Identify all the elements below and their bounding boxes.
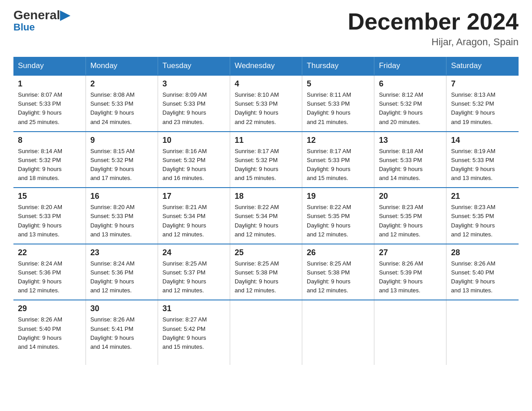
day-number: 16 bbox=[90, 192, 153, 201]
logo-general: General▶ bbox=[13, 9, 70, 21]
calendar-cell: 1Sunrise: 8:07 AMSunset: 5:33 PMDaylight… bbox=[13, 75, 86, 132]
calendar-cell: 8Sunrise: 8:14 AMSunset: 5:32 PMDaylight… bbox=[13, 132, 86, 188]
day-info: Sunrise: 8:08 AMSunset: 5:33 PMDaylight:… bbox=[90, 90, 153, 127]
calendar-cell: 15Sunrise: 8:20 AMSunset: 5:33 PMDayligh… bbox=[13, 188, 86, 244]
day-number: 23 bbox=[90, 248, 153, 257]
calendar-cell: 5Sunrise: 8:11 AMSunset: 5:33 PMDaylight… bbox=[302, 75, 374, 132]
day-info: Sunrise: 8:25 AMSunset: 5:37 PMDaylight:… bbox=[163, 259, 225, 295]
day-info: Sunrise: 8:26 AMSunset: 5:40 PMDaylight:… bbox=[18, 315, 81, 351]
location: Hijar, Aragon, Spain bbox=[348, 36, 519, 48]
day-info: Sunrise: 8:26 AMSunset: 5:39 PMDaylight:… bbox=[379, 259, 442, 295]
calendar-cell: 4Sunrise: 8:10 AMSunset: 5:33 PMDaylight… bbox=[230, 75, 302, 132]
day-info: Sunrise: 8:18 AMSunset: 5:33 PMDaylight:… bbox=[379, 147, 442, 183]
day-number: 8 bbox=[18, 136, 81, 145]
calendar-cell: 28Sunrise: 8:26 AMSunset: 5:40 PMDayligh… bbox=[446, 244, 519, 300]
calendar-week-2: 8Sunrise: 8:14 AMSunset: 5:32 PMDaylight… bbox=[13, 132, 519, 188]
day-info: Sunrise: 8:25 AMSunset: 5:38 PMDaylight:… bbox=[307, 259, 369, 295]
day-number: 14 bbox=[451, 136, 514, 145]
day-number: 17 bbox=[163, 192, 225, 201]
calendar-cell: 16Sunrise: 8:20 AMSunset: 5:33 PMDayligh… bbox=[86, 188, 158, 244]
day-info: Sunrise: 8:10 AMSunset: 5:33 PMDaylight:… bbox=[235, 90, 297, 127]
day-number: 3 bbox=[163, 79, 225, 89]
calendar-cell bbox=[374, 300, 446, 365]
logo-arrow: ▶ bbox=[60, 8, 70, 22]
day-info: Sunrise: 8:17 AMSunset: 5:33 PMDaylight:… bbox=[307, 147, 369, 183]
calendar-cell: 18Sunrise: 8:22 AMSunset: 5:34 PMDayligh… bbox=[230, 188, 302, 244]
day-info: Sunrise: 8:27 AMSunset: 5:42 PMDaylight:… bbox=[163, 315, 225, 351]
calendar-cell: 10Sunrise: 8:16 AMSunset: 5:32 PMDayligh… bbox=[158, 132, 230, 188]
day-number: 7 bbox=[451, 79, 514, 89]
day-number: 29 bbox=[18, 304, 81, 313]
calendar-cell bbox=[230, 300, 302, 365]
calendar-cell: 9Sunrise: 8:15 AMSunset: 5:32 PMDaylight… bbox=[86, 132, 158, 188]
day-number: 25 bbox=[235, 248, 297, 257]
calendar-week-3: 15Sunrise: 8:20 AMSunset: 5:33 PMDayligh… bbox=[13, 188, 519, 244]
calendar-cell: 11Sunrise: 8:17 AMSunset: 5:32 PMDayligh… bbox=[230, 132, 302, 188]
weekday-header-saturday: Saturday bbox=[446, 57, 519, 75]
day-number: 21 bbox=[451, 192, 514, 201]
calendar-cell: 20Sunrise: 8:23 AMSunset: 5:35 PMDayligh… bbox=[374, 188, 446, 244]
calendar-cell: 30Sunrise: 8:26 AMSunset: 5:41 PMDayligh… bbox=[86, 300, 158, 365]
day-info: Sunrise: 8:26 AMSunset: 5:40 PMDaylight:… bbox=[451, 259, 514, 295]
day-number: 22 bbox=[18, 248, 81, 257]
day-info: Sunrise: 8:20 AMSunset: 5:33 PMDaylight:… bbox=[90, 203, 153, 239]
day-info: Sunrise: 8:17 AMSunset: 5:32 PMDaylight:… bbox=[235, 147, 297, 183]
day-number: 24 bbox=[163, 248, 225, 257]
calendar-cell: 27Sunrise: 8:26 AMSunset: 5:39 PMDayligh… bbox=[374, 244, 446, 300]
day-number: 27 bbox=[379, 248, 442, 257]
calendar-week-4: 22Sunrise: 8:24 AMSunset: 5:36 PMDayligh… bbox=[13, 244, 519, 300]
day-number: 2 bbox=[90, 79, 153, 89]
day-number: 10 bbox=[163, 136, 225, 145]
day-info: Sunrise: 8:26 AMSunset: 5:41 PMDaylight:… bbox=[90, 315, 153, 351]
weekday-header-row: SundayMondayTuesdayWednesdayThursdayFrid… bbox=[13, 57, 519, 75]
calendar-week-1: 1Sunrise: 8:07 AMSunset: 5:33 PMDaylight… bbox=[13, 75, 519, 132]
calendar-cell: 24Sunrise: 8:25 AMSunset: 5:37 PMDayligh… bbox=[158, 244, 230, 300]
day-number: 26 bbox=[307, 248, 369, 257]
calendar-week-5: 29Sunrise: 8:26 AMSunset: 5:40 PMDayligh… bbox=[13, 300, 519, 365]
day-info: Sunrise: 8:13 AMSunset: 5:32 PMDaylight:… bbox=[451, 90, 514, 127]
calendar-cell: 7Sunrise: 8:13 AMSunset: 5:32 PMDaylight… bbox=[446, 75, 519, 132]
calendar-cell: 25Sunrise: 8:25 AMSunset: 5:38 PMDayligh… bbox=[230, 244, 302, 300]
day-number: 31 bbox=[163, 304, 225, 313]
day-number: 13 bbox=[379, 136, 442, 145]
day-number: 11 bbox=[235, 136, 297, 145]
day-number: 6 bbox=[379, 79, 442, 89]
calendar-cell: 6Sunrise: 8:12 AMSunset: 5:32 PMDaylight… bbox=[374, 75, 446, 132]
day-info: Sunrise: 8:11 AMSunset: 5:33 PMDaylight:… bbox=[307, 90, 369, 127]
title-section: December 2024 Hijar, Aragon, Spain bbox=[348, 9, 519, 48]
calendar-cell: 19Sunrise: 8:22 AMSunset: 5:35 PMDayligh… bbox=[302, 188, 374, 244]
day-number: 4 bbox=[235, 79, 297, 89]
calendar-cell: 17Sunrise: 8:21 AMSunset: 5:34 PMDayligh… bbox=[158, 188, 230, 244]
calendar-cell: 2Sunrise: 8:08 AMSunset: 5:33 PMDaylight… bbox=[86, 75, 158, 132]
calendar-cell: 14Sunrise: 8:19 AMSunset: 5:33 PMDayligh… bbox=[446, 132, 519, 188]
day-number: 15 bbox=[18, 192, 81, 201]
day-info: Sunrise: 8:24 AMSunset: 5:36 PMDaylight:… bbox=[18, 259, 81, 295]
calendar-cell: 3Sunrise: 8:09 AMSunset: 5:33 PMDaylight… bbox=[158, 75, 230, 132]
day-number: 20 bbox=[379, 192, 442, 201]
logo: General▶ Blue bbox=[13, 9, 70, 33]
day-number: 19 bbox=[307, 192, 369, 201]
day-number: 1 bbox=[18, 79, 81, 89]
day-number: 9 bbox=[90, 136, 153, 145]
calendar-cell: 13Sunrise: 8:18 AMSunset: 5:33 PMDayligh… bbox=[374, 132, 446, 188]
weekday-header-monday: Monday bbox=[86, 57, 158, 75]
calendar-cell: 22Sunrise: 8:24 AMSunset: 5:36 PMDayligh… bbox=[13, 244, 86, 300]
weekday-header-sunday: Sunday bbox=[13, 57, 86, 75]
day-number: 12 bbox=[307, 136, 369, 145]
calendar-cell: 23Sunrise: 8:24 AMSunset: 5:36 PMDayligh… bbox=[86, 244, 158, 300]
day-info: Sunrise: 8:22 AMSunset: 5:34 PMDaylight:… bbox=[235, 203, 297, 239]
calendar-cell: 21Sunrise: 8:23 AMSunset: 5:35 PMDayligh… bbox=[446, 188, 519, 244]
month-title: December 2024 bbox=[348, 9, 519, 34]
weekday-header-tuesday: Tuesday bbox=[158, 57, 230, 75]
day-info: Sunrise: 8:23 AMSunset: 5:35 PMDaylight:… bbox=[451, 203, 514, 239]
weekday-header-wednesday: Wednesday bbox=[230, 57, 302, 75]
day-info: Sunrise: 8:25 AMSunset: 5:38 PMDaylight:… bbox=[235, 259, 297, 295]
calendar-cell: 29Sunrise: 8:26 AMSunset: 5:40 PMDayligh… bbox=[13, 300, 86, 365]
day-info: Sunrise: 8:09 AMSunset: 5:33 PMDaylight:… bbox=[163, 90, 225, 127]
logo-blue: Blue bbox=[13, 21, 35, 33]
calendar-cell bbox=[446, 300, 519, 365]
page-header: General▶ Blue December 2024 Hijar, Arago… bbox=[13, 9, 519, 48]
day-info: Sunrise: 8:14 AMSunset: 5:32 PMDaylight:… bbox=[18, 147, 81, 183]
calendar-cell bbox=[302, 300, 374, 365]
day-number: 28 bbox=[451, 248, 514, 257]
